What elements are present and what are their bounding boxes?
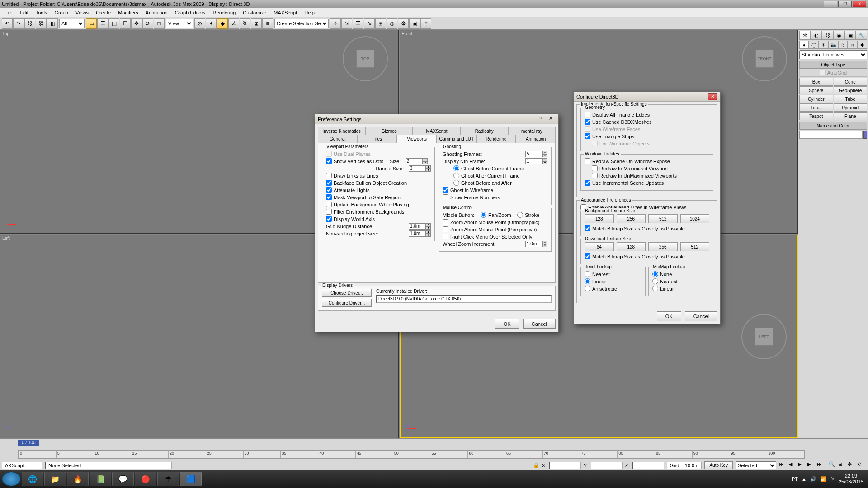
tab-maxscript[interactable]: MAXScript bbox=[413, 127, 460, 135]
shapes-subtab[interactable]: ◯ bbox=[809, 41, 818, 49]
layer-manager[interactable]: ☲ bbox=[353, 18, 363, 29]
avira-app-icon[interactable]: ☂ bbox=[157, 472, 179, 486]
menu-create[interactable]: Create bbox=[93, 9, 113, 16]
tab-viewports[interactable]: Viewports bbox=[397, 135, 437, 143]
zoom-all-button[interactable]: ⊞ bbox=[838, 461, 847, 469]
triangle-edges-checkbox[interactable] bbox=[585, 112, 590, 117]
render-setup[interactable]: ⚙ bbox=[398, 18, 409, 29]
explorer-app-icon[interactable]: 📁 bbox=[44, 472, 66, 486]
menu-graph-editors[interactable]: Graph Editors bbox=[172, 9, 208, 16]
redraw-expose-checkbox[interactable] bbox=[585, 158, 590, 164]
modify-tab[interactable]: ◐ bbox=[811, 31, 822, 40]
y-input[interactable] bbox=[591, 462, 623, 469]
auto-key-button[interactable]: Auto Key bbox=[704, 461, 733, 469]
ref-coord-system[interactable]: View bbox=[166, 19, 193, 28]
redo-button[interactable]: ↷ bbox=[13, 18, 24, 29]
tray-icon[interactable]: 📶 bbox=[820, 476, 826, 482]
show-vertices-checkbox[interactable] bbox=[326, 158, 332, 164]
angle-snap[interactable]: ∠ bbox=[228, 18, 239, 29]
tab-rendering[interactable]: Rendering bbox=[476, 135, 516, 143]
pan-button[interactable]: ✥ bbox=[848, 461, 857, 469]
app-icon[interactable]: 🔥 bbox=[67, 472, 89, 486]
select-region-button[interactable]: ◫ bbox=[108, 18, 119, 29]
plane-button[interactable]: Plane bbox=[834, 112, 868, 120]
undo-button[interactable]: ↶ bbox=[2, 18, 13, 29]
spinner-up-icon[interactable]: ▲ bbox=[426, 223, 431, 226]
spinner-down-icon[interactable]: ▼ bbox=[423, 161, 428, 164]
tab-general[interactable]: General bbox=[318, 135, 358, 143]
bg-256-button[interactable]: 256 bbox=[617, 214, 646, 223]
menu-rendering[interactable]: Rendering bbox=[210, 9, 239, 16]
play-button[interactable]: ▶ bbox=[798, 461, 807, 469]
menu-modifiers[interactable]: Modifiers bbox=[115, 9, 141, 16]
dialog-close-button[interactable]: ✕ bbox=[546, 116, 556, 123]
bg-1024-button[interactable]: 1024 bbox=[680, 214, 710, 223]
tab-ik[interactable]: Inverse Kinematics bbox=[318, 127, 365, 135]
x-input[interactable] bbox=[549, 462, 581, 469]
lights-subtab[interactable]: ☀ bbox=[819, 41, 828, 49]
mip-nearest-radio[interactable] bbox=[652, 278, 658, 284]
utilities-tab[interactable]: 🔧 bbox=[856, 31, 867, 40]
teapot-button[interactable]: Teapot bbox=[799, 112, 833, 120]
object-color-swatch[interactable] bbox=[863, 131, 867, 139]
tab-files[interactable]: Files bbox=[358, 135, 397, 143]
schematic-view[interactable]: ⊞ bbox=[375, 18, 386, 29]
zoom-ortho-checkbox[interactable] bbox=[443, 219, 448, 225]
hierarchy-tab[interactable]: ⛓ bbox=[822, 31, 833, 40]
spinner-down-icon[interactable]: ▼ bbox=[426, 234, 431, 237]
spinner-down-icon[interactable]: ▼ bbox=[426, 169, 431, 172]
redraw-max-checkbox[interactable] bbox=[592, 165, 598, 171]
view-cube[interactable]: FRONT bbox=[740, 34, 789, 84]
menu-tools[interactable]: Tools bbox=[33, 9, 50, 16]
start-button[interactable] bbox=[2, 472, 21, 486]
window-crossing-button[interactable]: ☐ bbox=[120, 18, 131, 29]
show-frame-numbers-checkbox[interactable] bbox=[443, 194, 448, 200]
minimize-button[interactable]: _ bbox=[824, 1, 837, 7]
dl-256-button[interactable]: 256 bbox=[648, 242, 678, 251]
lock-icon[interactable]: 🔒 bbox=[533, 462, 539, 468]
next-frame-button[interactable]: ▶ bbox=[807, 461, 816, 469]
unlink-button[interactable]: ⛓̸ bbox=[36, 18, 47, 29]
menu-group[interactable]: Group bbox=[52, 9, 71, 16]
manipulate-button[interactable]: ✦ bbox=[206, 18, 217, 29]
frame-indicator[interactable]: 0 / 100 bbox=[18, 440, 39, 446]
draw-links-checkbox[interactable] bbox=[326, 173, 332, 178]
cone-button[interactable]: Cone bbox=[834, 78, 868, 86]
tab-gizmos[interactable]: Gizmos bbox=[365, 127, 413, 135]
cylinder-button[interactable]: Cylinder bbox=[799, 95, 833, 103]
selection-set-dropdown[interactable]: Create Selection Set bbox=[274, 19, 329, 28]
selection-filter[interactable]: All bbox=[59, 19, 85, 28]
view-cube[interactable]: TOP bbox=[340, 34, 390, 84]
ghost-nth-input[interactable] bbox=[525, 158, 542, 164]
backface-cull-checkbox[interactable] bbox=[326, 180, 332, 186]
pan-zoom-radio[interactable] bbox=[481, 212, 486, 218]
match-bitmap-checkbox[interactable] bbox=[585, 225, 590, 231]
triangle-strips-checkbox[interactable] bbox=[585, 133, 590, 139]
link-button[interactable]: ⛓ bbox=[24, 18, 35, 29]
sphere-button[interactable]: Sphere bbox=[799, 86, 833, 94]
time-ruler[interactable]: 0510152025303540455055606570758085909510… bbox=[18, 450, 805, 459]
autogrid-checkbox[interactable] bbox=[820, 70, 826, 75]
d3d-ok-button[interactable]: OK bbox=[657, 311, 681, 321]
tray-icon[interactable]: 🏳 bbox=[830, 476, 835, 482]
ghost-both-radio[interactable] bbox=[453, 180, 459, 186]
d3d-cancel-button[interactable]: Cancel bbox=[685, 311, 717, 321]
lang-indicator[interactable]: PT bbox=[792, 476, 798, 482]
select-object-button[interactable]: ▭ bbox=[86, 18, 97, 29]
tab-mentalray[interactable]: mental ray bbox=[508, 127, 556, 135]
chrome-app-icon[interactable]: 🔴 bbox=[135, 472, 156, 486]
mip-linear-radio[interactable] bbox=[652, 286, 658, 291]
bg-128-button[interactable]: 128 bbox=[585, 214, 614, 223]
menu-file[interactable]: File bbox=[2, 9, 15, 16]
edit-selsets[interactable]: ≡ bbox=[262, 18, 273, 29]
key-mode-select[interactable]: Selected bbox=[736, 461, 776, 469]
torus-button[interactable]: Torus bbox=[799, 103, 833, 112]
menu-customize[interactable]: Customize bbox=[240, 9, 269, 16]
view-cube[interactable]: LEFT bbox=[739, 312, 789, 361]
menu-edit[interactable]: Edit bbox=[17, 9, 31, 16]
spinner-down-icon[interactable]: ▼ bbox=[426, 226, 431, 230]
dl-64-button[interactable]: 64 bbox=[585, 242, 614, 251]
texel-aniso-radio[interactable] bbox=[585, 286, 590, 291]
ghost-wireframe-checkbox[interactable] bbox=[443, 187, 448, 193]
pivot-button[interactable]: ⊙ bbox=[194, 18, 205, 29]
